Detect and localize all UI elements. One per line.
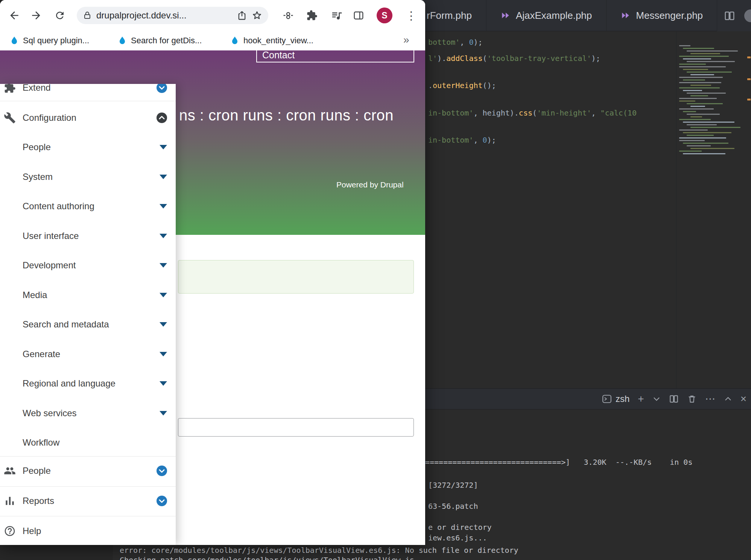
minimap-line [679,64,706,65]
code-line: in-bottom', height).css('min-height', "c… [428,108,637,117]
menu-item-system[interactable]: System [0,162,176,192]
chevron-down-icon[interactable] [160,234,167,238]
chevron-down-icon[interactable] [156,465,167,476]
close-panel-icon[interactable]: × [740,394,746,404]
minimap-line [683,122,734,123]
menu-item-search-and-metadata[interactable]: Search and metadata [0,310,176,339]
code-token: ); [473,38,482,47]
bookmark-search-for-getdis[interactable]: Search for getDis... [117,36,202,46]
menu-item-help[interactable]: Help [0,516,176,545]
url-text: drupalproject.ddev.si... [96,10,187,21]
address-bar[interactable]: drupalproject.ddev.si... [77,7,268,24]
menu-item-label: Web services [23,408,77,418]
code-token: ( [483,54,487,63]
chevron-down-icon[interactable] [160,411,167,415]
chevron-down-icon[interactable] [160,293,167,297]
browser-toolbar: drupalproject.ddev.si... S [0,0,425,31]
minimap-line [679,56,729,57]
chevron-down-icon[interactable] [160,322,167,327]
chevron-down-icon[interactable] [160,381,167,386]
chevron-down-icon[interactable] [160,175,167,179]
drupal-droplet-icon [9,36,19,46]
menu-item-configuration[interactable]: Configuration [0,103,176,132]
code-token: ); [487,135,496,145]
minimap-line [679,108,714,110]
chevron-down-icon[interactable] [652,395,661,403]
menu-divider [0,486,176,487]
menu-item-generate[interactable]: Generate [0,339,176,369]
chevron-down-icon[interactable] [156,84,167,93]
ide-avatar[interactable] [744,9,751,22]
chevron-down-icon[interactable] [160,204,167,208]
minimap-line [687,124,717,125]
split-terminal-icon[interactable] [669,394,679,404]
chevron-down-icon[interactable] [160,352,167,356]
menu-item-regional-and-language[interactable]: Regional and language [0,369,176,398]
collapse-panel-icon[interactable] [724,395,732,403]
minimap-line [683,69,708,70]
ide-tab-messenger-php[interactable]: Messenger.php [607,0,718,31]
menu-item-people[interactable]: People [0,456,176,485]
minimap-line [679,66,726,67]
trash-icon[interactable] [687,394,697,404]
menu-item-media[interactable]: Media [0,280,176,310]
contact-link[interactable]: Contact [262,50,295,61]
code-token: css [519,108,532,117]
extension-shortcut-icon[interactable] [283,10,294,21]
bookmarks-bar: » Sql query plugin...Search for getDis..… [0,31,425,50]
menu-item-people[interactable]: People [0,132,176,162]
ide-tab-ajaxexample-php[interactable]: AjaxExample.php [486,0,607,31]
chevron-up-icon[interactable] [156,112,167,123]
split-editor-icon[interactable] [724,10,735,21]
code-token: ( [532,108,537,117]
code-token: , [473,135,482,145]
share-icon[interactable] [237,10,247,21]
more-options-icon[interactable]: ⋯ [705,394,716,404]
menu-item-extend[interactable]: Extend [0,84,176,102]
bookmark-hook-entity-view[interactable]: hook_entity_view... [230,36,313,46]
code-line: .outerHeight(); [428,81,496,90]
tab-label: Messenger.php [636,10,703,21]
profile-avatar[interactable]: S [377,8,392,23]
extend-icon [4,84,16,94]
menu-item-label: User interface [23,231,79,241]
menu-divider [0,516,176,516]
menu-divider [0,101,176,101]
menu-item-reports[interactable]: Reports [0,486,176,516]
menu-item-web-services[interactable]: Web services [0,399,176,428]
browser-menu-icon[interactable]: ⋮ [406,9,417,22]
bookmark-sql-query-plugin[interactable]: Sql query plugin... [9,36,89,46]
back-button[interactable] [8,9,20,21]
menu-item-user-interface[interactable]: User interface [0,221,176,251]
new-terminal-icon[interactable]: + [638,394,644,404]
menu-item-label: Generate [23,349,60,359]
side-panel-icon[interactable] [353,10,364,21]
menu-item-content-authoring[interactable]: Content authoring [0,192,176,221]
code-token: 0 [469,38,473,47]
minimap[interactable] [679,45,745,158]
minimap-line [683,79,705,81]
terminal-tab[interactable]: zsh [602,394,629,404]
chevron-down-icon[interactable] [156,495,167,507]
chevron-down-icon[interactable] [160,263,167,268]
code-token: in-bottom' [428,135,473,145]
bookmark-star-icon[interactable] [252,10,262,21]
bookmarks-overflow-icon[interactable]: » [403,34,409,46]
terminal-line: iew.es6.js... [428,533,487,542]
menu-item-label: Reports [23,496,54,506]
chevron-down-icon[interactable] [160,145,167,149]
minimap-line [683,153,725,154]
code-token: bottom' [428,38,460,47]
menu-item-workflow[interactable]: Workflow [0,428,176,457]
extensions-puzzle-icon[interactable] [306,10,318,21]
code-token: ); [591,54,600,63]
menu-item-development[interactable]: Development [0,251,176,280]
playlist-icon[interactable] [331,9,343,21]
reload-button[interactable] [54,10,65,21]
minimap-line [683,48,714,49]
page-text-input[interactable] [178,418,414,437]
powered-by-text: Powered by Drupal [336,180,404,189]
terminal-line: [3272/3272] [428,481,478,490]
forward-button[interactable] [30,9,42,21]
menu-item-label: Content authoring [23,201,94,212]
